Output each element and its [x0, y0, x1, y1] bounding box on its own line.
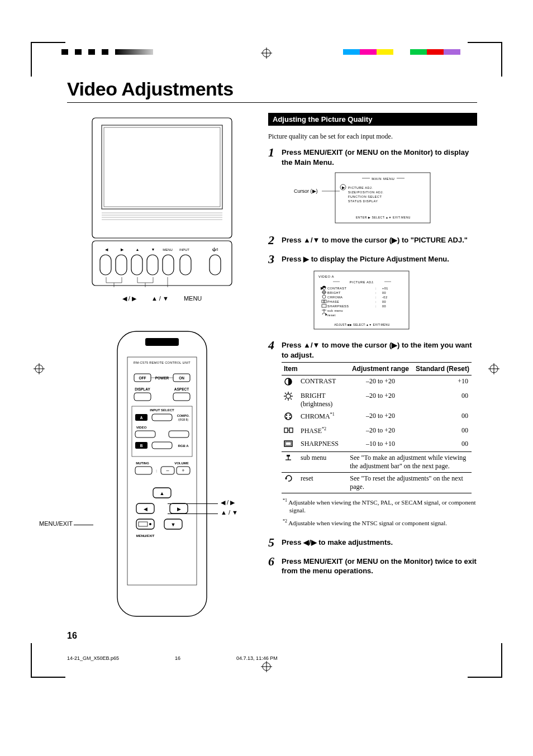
svg-line-147	[291, 393, 292, 394]
svg-rect-30	[147, 255, 158, 275]
svg-text:INPUT SELECT: INPUT SELECT	[150, 408, 174, 412]
svg-rect-134	[322, 305, 326, 307]
svg-text:PHASE: PHASE	[327, 300, 339, 303]
crop-corner	[31, 42, 65, 77]
svg-point-131	[322, 295, 326, 298]
svg-rect-14	[104, 127, 220, 207]
svg-point-151	[289, 415, 291, 416]
svg-text:POWER: POWER	[155, 376, 169, 380]
svg-text:sub menu: sub menu	[327, 309, 343, 312]
intro-text: Picture quality can be set for each inpu…	[268, 132, 477, 141]
svg-text:PICTURE ADJ.: PICTURE ADJ.	[350, 280, 374, 284]
svg-rect-86	[139, 522, 147, 526]
svg-rect-132	[322, 300, 324, 303]
svg-text:ASPECT: ASPECT	[174, 387, 189, 391]
remote-figure: RM-C575 REMOTE CONTROL UNIT OFF POWER ON…	[67, 330, 257, 621]
svg-text:MENU: MENU	[163, 248, 173, 251]
step-4: 4 Press ▲/▼ to move the cursor (▶) to th…	[268, 338, 477, 360]
svg-rect-161	[287, 455, 290, 457]
svg-text:PICTURE ADJ.: PICTURE ADJ.	[348, 186, 373, 189]
svg-text::: :	[375, 305, 377, 308]
step-5: 5 Press ◀/▶ to make adjustments.	[268, 535, 477, 550]
svg-rect-66	[169, 431, 189, 438]
page-title: Video Adjustments	[67, 78, 477, 100]
svg-text:-02: -02	[382, 296, 387, 299]
crop-corner	[468, 42, 502, 77]
svg-rect-43	[117, 331, 207, 616]
svg-text:Cursor (▶): Cursor (▶)	[294, 188, 318, 194]
svg-text::: :	[375, 291, 377, 294]
adjustment-table: Item Adjustment range Standard (Reset) C…	[282, 362, 472, 493]
svg-text:COMPO.: COMPO.	[177, 414, 190, 417]
svg-line-146	[291, 398, 292, 400]
monitor-label-menu: MENU	[184, 295, 202, 302]
page-number: 16	[67, 631, 477, 641]
svg-text:VIDEO: VIDEO	[136, 426, 147, 429]
svg-text:SHARPNESS: SHARPNESS	[327, 305, 349, 308]
svg-rect-65	[135, 431, 155, 438]
crop-corner	[31, 643, 65, 678]
svg-rect-158	[285, 442, 291, 445]
svg-text::: :	[375, 296, 377, 299]
svg-point-149	[285, 413, 292, 420]
svg-rect-32	[180, 255, 191, 275]
svg-rect-27	[100, 255, 111, 275]
svg-text:ENTER:▶  SELECT:▲▼  EXIT:MENU: ENTER:▶ SELECT:▲▼ EXIT:MENU	[356, 216, 411, 219]
svg-rect-19	[92, 241, 232, 286]
svg-rect-155	[289, 428, 293, 432]
step-3: 3 Press ▶ to display the Picture Adjustm…	[268, 252, 477, 267]
svg-text:DISPLAY: DISPLAY	[135, 387, 150, 391]
svg-text:00: 00	[382, 305, 386, 308]
svg-text:▲: ▲	[160, 491, 165, 496]
svg-text:MUTING: MUTING	[136, 462, 149, 465]
svg-text:+01: +01	[382, 287, 388, 290]
crop-corner	[468, 643, 502, 678]
svg-text:–: –	[166, 468, 169, 473]
svg-text:VOLUME: VOLUME	[174, 462, 189, 465]
imposition-footer: 14-21_GM_X50EB.p65 16 04.7.13, 11:46 PM	[67, 655, 477, 661]
step-6: 6 Press MENU/EXIT (or MENU on the Monito…	[268, 554, 477, 576]
svg-rect-13	[102, 125, 222, 209]
svg-rect-154	[284, 428, 288, 432]
svg-text:◀: ◀	[144, 506, 147, 512]
svg-text:▲: ▲	[136, 248, 140, 251]
svg-text:⏻/I: ⏻/I	[212, 248, 218, 251]
svg-text:MENU/EXIT: MENU/EXIT	[136, 534, 155, 538]
svg-rect-56	[173, 393, 190, 401]
svg-text:00: 00	[382, 291, 386, 294]
section-header: Adjusting the Picture Quality	[268, 113, 477, 126]
svg-text:VIDEO A: VIDEO A	[318, 275, 334, 278]
footnote-2: *2 Adjustable when viewing the NTSC sign…	[282, 519, 477, 527]
svg-text:reset: reset	[327, 313, 336, 317]
svg-rect-28	[116, 255, 127, 275]
svg-text:RGB A: RGB A	[178, 444, 189, 448]
svg-text:INPUT: INPUT	[179, 248, 189, 251]
svg-text:+: +	[182, 468, 184, 473]
svg-text:A: A	[140, 416, 143, 420]
svg-text:ADJUST:◀▶ SELECT:▲▼  EXIT:MENU: ADJUST:◀▶ SELECT:▲▼ EXIT:MENU	[334, 323, 390, 326]
title-rule	[67, 102, 477, 103]
svg-rect-45	[127, 357, 197, 585]
remote-lead-lr: ◀ / ▶	[221, 499, 235, 506]
svg-text:▶: ▶	[121, 248, 124, 251]
svg-text:FUNCTION SELECT: FUNCTION SELECT	[348, 195, 382, 198]
svg-text:RM-C575 REMOTE CONTROL UNIT: RM-C575 REMOTE CONTROL UNIT	[134, 361, 191, 364]
svg-rect-73	[135, 467, 152, 474]
svg-text:▼: ▼	[171, 522, 176, 527]
svg-rect-69	[152, 442, 172, 449]
svg-text:B: B	[140, 444, 143, 448]
svg-text:ON: ON	[179, 376, 184, 380]
svg-line-148	[285, 398, 286, 400]
svg-text:/(RGB B): /(RGB B)	[178, 419, 189, 421]
step-1: 1 Press MENU/EXIT (or MENU on the Monito…	[268, 145, 477, 167]
remote-lead-ud: ▲ / ▼	[221, 509, 238, 516]
svg-text:STATUS DISPLAY: STATUS DISPLAY	[348, 199, 378, 203]
svg-text:▶: ▶	[342, 186, 345, 189]
svg-point-150	[286, 415, 287, 416]
svg-marker-137	[326, 313, 327, 316]
svg-text::: :	[375, 287, 377, 290]
svg-text:▶: ▶	[177, 506, 181, 512]
svg-text:▼: ▼	[151, 248, 155, 251]
monitor-label-ud: ▲ / ▼	[151, 295, 169, 302]
svg-text::: :	[375, 300, 377, 303]
